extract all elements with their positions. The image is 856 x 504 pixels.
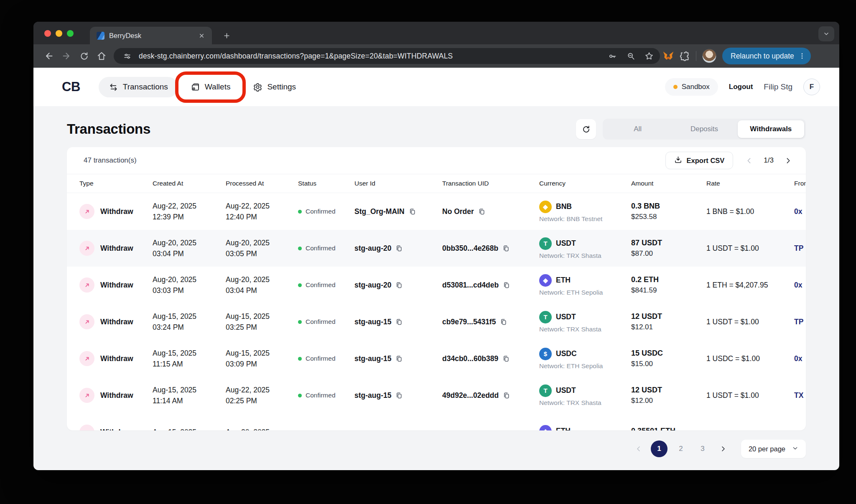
amount-cell: 15 USDC$15.00 bbox=[631, 349, 706, 368]
site-settings-icon[interactable] bbox=[120, 49, 134, 63]
transaction-uid-cell: 49d92e...02eddd bbox=[442, 391, 539, 400]
status-dot-icon bbox=[298, 394, 302, 397]
transaction-row: WithdrawAug-20, 202503:04 PMAug-20, 2025… bbox=[67, 230, 806, 267]
zoom-icon[interactable] bbox=[624, 49, 637, 63]
relaunch-to-update-button[interactable]: Relaunch to update bbox=[722, 48, 811, 64]
page-number-3[interactable]: 3 bbox=[694, 440, 711, 457]
nav-item-transactions[interactable]: Transactions bbox=[99, 77, 178, 97]
user-avatar[interactable]: F bbox=[803, 79, 820, 95]
copy-icon[interactable] bbox=[408, 208, 416, 216]
copy-icon[interactable] bbox=[478, 208, 486, 216]
close-window-button[interactable] bbox=[44, 30, 51, 37]
transaction-row: WithdrawAug-15, 2025Aug-20, 2025◆ETH0.35… bbox=[67, 414, 806, 430]
back-button[interactable] bbox=[40, 48, 58, 64]
reload-button[interactable] bbox=[75, 48, 93, 64]
copy-icon[interactable] bbox=[395, 392, 403, 400]
type-cell: Withdraw bbox=[79, 241, 153, 256]
from-address-link[interactable]: 0x bbox=[794, 354, 806, 363]
table-header-row: Type Created At Processed At Status User… bbox=[67, 174, 806, 193]
swap-arrows-icon bbox=[109, 82, 118, 92]
copy-icon[interactable] bbox=[502, 281, 510, 289]
minimize-window-button[interactable] bbox=[56, 30, 62, 37]
col-currency: Currency bbox=[539, 180, 631, 187]
maximize-window-button[interactable] bbox=[67, 30, 74, 37]
browser-profile-avatar[interactable] bbox=[702, 49, 716, 63]
transaction-type-tabs: All Deposits Withdrawals bbox=[603, 119, 806, 140]
processed-at-cell: Aug-20, 202503:04 PM bbox=[226, 274, 298, 296]
app-viewport: CB Transactions Wallets bbox=[33, 68, 839, 470]
pagination-next-icon[interactable] bbox=[716, 442, 730, 456]
col-amount: Amount bbox=[631, 180, 706, 187]
next-page-icon[interactable] bbox=[785, 157, 792, 164]
metamask-extension-icon[interactable] bbox=[660, 48, 677, 64]
amount-cell: 0.35501 ETH bbox=[631, 427, 706, 430]
amount-cell: 12 USDT$12.01 bbox=[631, 312, 706, 331]
type-cell: Withdraw bbox=[79, 425, 153, 430]
status-cell: Confirmed bbox=[298, 392, 354, 399]
currency-cell: TUSDTNetwork: TRX Shasta bbox=[539, 384, 631, 407]
type-cell: Withdraw bbox=[79, 204, 153, 219]
tab-all[interactable]: All bbox=[604, 120, 671, 138]
usdt-coin-icon: T bbox=[539, 384, 552, 397]
transaction-uid-cell: 0bb350...4e268b bbox=[442, 244, 539, 253]
copy-icon[interactable] bbox=[502, 244, 510, 252]
nav-label-wallets: Wallets bbox=[205, 82, 231, 92]
per-page-value: 20 per page bbox=[749, 445, 785, 453]
from-address-link[interactable]: TP bbox=[794, 318, 806, 326]
app-header: CB Transactions Wallets bbox=[33, 68, 839, 106]
transaction-row: WithdrawAug-15, 202511:15 AMAug-15, 2025… bbox=[67, 340, 806, 377]
currency-cell: ◆ETH bbox=[539, 425, 631, 431]
tab-withdrawals[interactable]: Withdrawals bbox=[738, 120, 804, 138]
browser-tab[interactable]: BerryDesk bbox=[90, 27, 212, 44]
created-at-cell: Aug-20, 202503:03 PM bbox=[153, 274, 226, 296]
col-rate: Rate bbox=[706, 180, 794, 187]
copy-icon[interactable] bbox=[395, 281, 403, 289]
copy-icon[interactable] bbox=[499, 318, 507, 326]
home-button[interactable] bbox=[93, 48, 110, 64]
extensions-puzzle-icon[interactable] bbox=[677, 48, 693, 64]
copy-icon[interactable] bbox=[502, 392, 510, 400]
sandbox-dot-icon bbox=[673, 85, 678, 89]
pagination-prev-icon[interactable] bbox=[632, 442, 646, 456]
status-dot-icon bbox=[298, 320, 302, 324]
cb-logo[interactable]: CB bbox=[62, 79, 80, 94]
copy-icon[interactable] bbox=[502, 355, 510, 363]
copy-icon[interactable] bbox=[395, 244, 403, 252]
amount-cell: 12 USDT$12.00 bbox=[631, 386, 706, 405]
tab-search-chevron-button[interactable] bbox=[818, 26, 834, 41]
prev-page-icon[interactable] bbox=[746, 157, 753, 164]
rate-cell: 1 USDT = $1.00 bbox=[706, 244, 794, 253]
export-csv-button[interactable]: Export CSV bbox=[665, 152, 734, 169]
bookmark-star-icon[interactable] bbox=[642, 49, 656, 63]
from-address-link[interactable]: TP bbox=[794, 244, 806, 253]
password-key-icon[interactable] bbox=[606, 49, 619, 63]
logout-button[interactable]: Logout bbox=[729, 83, 753, 91]
new-tab-button[interactable] bbox=[220, 29, 233, 42]
main-nav: Transactions Wallets Settings bbox=[99, 77, 306, 97]
refresh-button[interactable] bbox=[576, 119, 596, 139]
user-id-cell: stg-aug-20 bbox=[354, 281, 442, 290]
transaction-row: WithdrawAug-15, 202503:24 PMAug-15, 2025… bbox=[67, 303, 806, 340]
from-address-link[interactable]: TX bbox=[794, 391, 806, 400]
copy-icon[interactable] bbox=[395, 355, 403, 363]
status-cell: Confirmed bbox=[298, 281, 354, 289]
per-page-select[interactable]: 20 per page bbox=[741, 440, 806, 458]
copy-icon[interactable] bbox=[395, 318, 403, 326]
tab-close-icon[interactable] bbox=[196, 30, 207, 41]
user-id-cell: stg-aug-15 bbox=[354, 354, 442, 363]
browser-menu-icon[interactable] bbox=[797, 51, 808, 61]
from-address-link[interactable]: 0x bbox=[794, 281, 806, 290]
bottom-pagination: 1 2 3 20 per page bbox=[67, 440, 806, 458]
page-number-2[interactable]: 2 bbox=[673, 440, 689, 457]
created-at-cell: Aug-15, 202511:15 AM bbox=[153, 348, 226, 369]
from-address-link[interactable]: 0x bbox=[794, 207, 806, 216]
page-number-1[interactable]: 1 bbox=[651, 440, 667, 457]
address-bar[interactable]: desk-stg.chainberry.com/dashboard/transa… bbox=[114, 48, 660, 64]
export-csv-label: Export CSV bbox=[687, 157, 725, 165]
header-right: Sandbox Logout Filip Stg F bbox=[665, 78, 820, 96]
tab-deposits[interactable]: Deposits bbox=[671, 120, 737, 138]
nav-item-wallets[interactable]: Wallets bbox=[181, 77, 241, 97]
nav-item-settings[interactable]: Settings bbox=[243, 77, 306, 97]
forward-button[interactable] bbox=[58, 48, 75, 64]
amount-cell: 87 USDT$87.00 bbox=[631, 239, 706, 258]
